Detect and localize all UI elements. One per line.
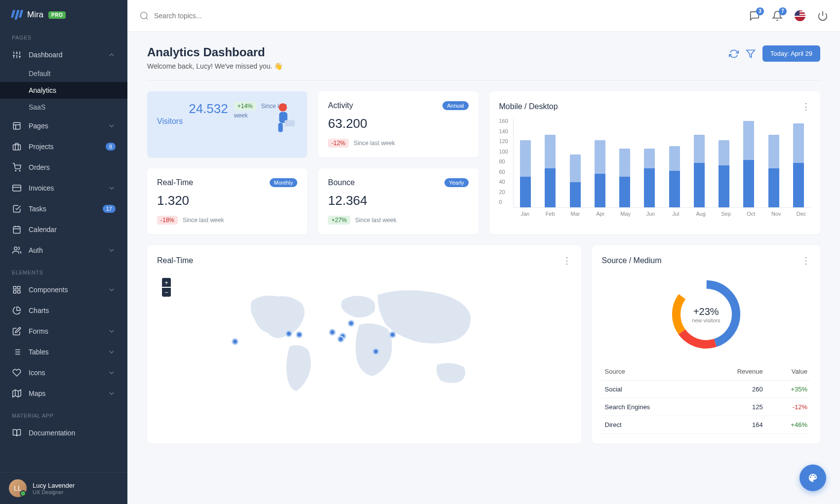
nav-item-orders[interactable]: Orders [0, 157, 127, 178]
stat-pill: Monthly [270, 178, 298, 187]
svg-point-39 [279, 103, 287, 112]
locale-flag-icon[interactable] [795, 10, 805, 21]
bar-oct[interactable] [740, 118, 758, 207]
nav-item-pages[interactable]: Pages [0, 116, 127, 136]
sidebar-user[interactable]: LL Lucy Lavender UX Designer [0, 472, 127, 504]
search-input[interactable] [154, 12, 302, 20]
x-label: Jan [516, 211, 534, 217]
bar-dec[interactable] [790, 118, 807, 207]
map-marker[interactable] [337, 336, 344, 343]
bar-apr[interactable] [591, 118, 609, 207]
nav-item-documentation[interactable]: Documentation [0, 423, 127, 443]
nav-sub-saas[interactable]: SaaS [0, 99, 127, 116]
source-table: SourceRevenueValue Social260+35%Search E… [602, 363, 810, 434]
nav-item-dashboard[interactable]: Dashboard [0, 44, 127, 65]
svg-marker-32 [13, 390, 21, 397]
bar-aug[interactable] [690, 118, 708, 207]
bar-may[interactable] [616, 118, 634, 207]
nav-label: Tasks [29, 205, 103, 213]
source-revenue: 164 [703, 416, 766, 434]
edit-icon [12, 326, 22, 336]
y-tick: 100 [499, 149, 508, 155]
theme-fab[interactable] [800, 465, 826, 491]
nav-label: Icons [29, 369, 108, 377]
y-tick: 140 [499, 128, 508, 134]
nav-item-invoices[interactable]: Invoices [0, 178, 127, 198]
stat-since: Since last week [183, 217, 224, 224]
map-marker[interactable] [348, 320, 355, 327]
nav-sub-analytics[interactable]: Analytics [0, 82, 127, 99]
nav-item-tables[interactable]: Tables [0, 342, 127, 362]
stat-since: Since last week [355, 217, 396, 224]
x-label: Apr [591, 211, 609, 217]
nav-item-forms[interactable]: Forms [0, 321, 127, 342]
heart-icon [12, 368, 22, 378]
nav-item-components[interactable]: Components [0, 279, 127, 300]
messages-icon[interactable]: 3 [749, 10, 760, 21]
realtime-map-card: Real-Time ⋮ + − [147, 245, 581, 444]
map-marker[interactable] [389, 331, 396, 338]
stat-pill: Annual [442, 101, 468, 110]
bar-jan[interactable] [517, 118, 534, 207]
stat-value: 1.320 [157, 193, 297, 208]
nav-label: Dashboard [29, 51, 108, 59]
world-map[interactable]: + − [157, 272, 571, 410]
stat-card-bounce: BounceYearly12.364+27%Since last week [318, 168, 478, 234]
nav-item-auth[interactable]: Auth [0, 240, 127, 261]
layout-icon [12, 121, 22, 131]
page-subtitle: Welcome back, Lucy! We've missed you. 👋 [147, 62, 282, 70]
zoom-out-button[interactable]: − [162, 288, 171, 297]
bar-jun[interactable] [640, 118, 658, 207]
nav-label: Forms [29, 327, 108, 335]
nav-item-calendar[interactable]: Calendar [0, 219, 127, 240]
map-marker[interactable] [372, 348, 379, 355]
nav-item-charts[interactable]: Charts [0, 300, 127, 321]
logo[interactable]: Mira PRO [0, 0, 127, 26]
briefcase-icon [12, 142, 22, 152]
map-title: Real-Time [157, 256, 193, 265]
date-button[interactable]: Today: April 29 [762, 45, 820, 62]
nav-item-maps[interactable]: Maps [0, 383, 127, 404]
chevron-down-icon [108, 122, 116, 130]
filter-icon[interactable] [746, 49, 756, 59]
power-icon[interactable] [817, 10, 828, 21]
bar-mar[interactable] [566, 118, 584, 207]
stat-title: Bounce [328, 178, 355, 187]
x-label: Oct [742, 211, 760, 217]
sliders-icon [12, 50, 22, 60]
stat-value: 24.532 [189, 101, 228, 141]
nav-item-tasks[interactable]: Tasks17 [0, 198, 127, 219]
chevron-down-icon [108, 184, 116, 192]
nav-item-icons[interactable]: Icons [0, 362, 127, 383]
calendar-icon [12, 225, 22, 234]
map-marker[interactable] [329, 329, 336, 336]
user-role: UX Designer [33, 489, 75, 495]
more-icon[interactable]: ⋮ [801, 101, 810, 112]
bar-nov[interactable] [765, 118, 783, 207]
map-marker[interactable] [285, 330, 292, 337]
bar-feb[interactable] [541, 118, 559, 207]
table-row[interactable]: Social260+35% [602, 381, 810, 398]
chevron-down-icon [108, 369, 116, 377]
bar-jul[interactable] [665, 118, 683, 207]
nav-sub-default[interactable]: Default [0, 65, 127, 82]
topbar: 3 7 [127, 0, 840, 32]
svg-rect-12 [13, 145, 21, 150]
nav-item-projects[interactable]: Projects8 [0, 136, 127, 157]
more-icon[interactable]: ⋮ [801, 255, 810, 266]
y-tick: 40 [499, 179, 508, 185]
bar-sep[interactable] [715, 118, 733, 207]
nav-label: Projects [29, 143, 106, 151]
notifications-icon[interactable]: 7 [772, 10, 783, 21]
chevron-down-icon [108, 389, 116, 397]
nav-badge: 17 [103, 205, 116, 213]
refresh-icon[interactable] [729, 49, 739, 59]
pro-badge: PRO [48, 11, 66, 19]
source-revenue: 260 [703, 381, 766, 398]
zoom-in-button[interactable]: + [162, 278, 171, 287]
stat-value: 63.200 [328, 116, 468, 131]
table-row[interactable]: Direct164+46% [602, 416, 810, 434]
more-icon[interactable]: ⋮ [562, 255, 571, 266]
table-row[interactable]: Search Engines125-12% [602, 398, 810, 416]
chevron-up-icon [108, 51, 116, 59]
